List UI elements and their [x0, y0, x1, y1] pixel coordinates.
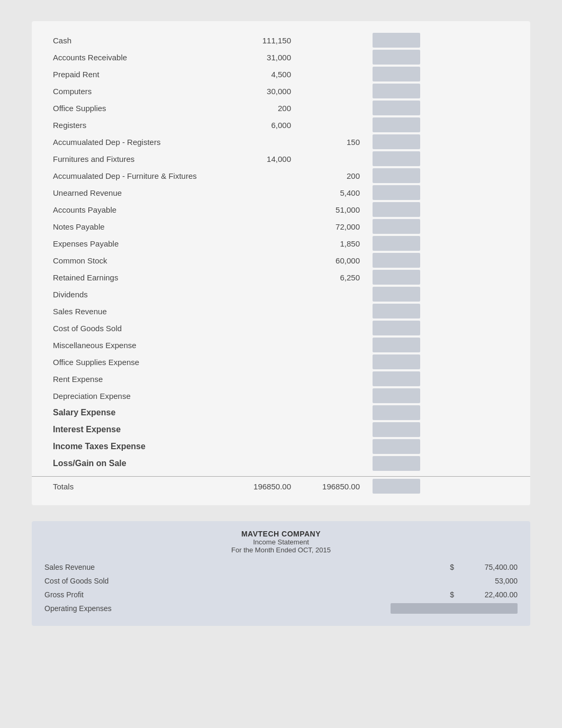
shaded-col: [373, 202, 420, 217]
table-row: Office Supplies Expense: [32, 353, 530, 370]
account-name: Miscellaneous Expense: [32, 341, 233, 350]
shaded-col: [373, 304, 420, 319]
income-period: For the Month Ended OCT, 2015: [44, 546, 518, 554]
table-row: Accumualated Dep - Registers150: [32, 133, 530, 150]
table-row: Interest Expense: [32, 421, 530, 438]
shaded-bar: [391, 603, 518, 614]
debit-amount: 6,000: [233, 121, 302, 130]
account-name: Accounts Receivable: [32, 53, 233, 62]
table-row: Expenses Payable1,850: [32, 235, 530, 252]
table-row: Unearned Revenue5,400: [32, 184, 530, 201]
account-name: Unearned Revenue: [32, 188, 233, 197]
table-row: Retained Earnings6,250: [32, 269, 530, 286]
totals-debit: 196850.00: [233, 482, 302, 491]
income-row: Cost of Goods Sold53,000: [44, 574, 518, 588]
account-name: Prepaid Rent: [32, 70, 233, 79]
credit-amount: 1,850: [302, 239, 370, 248]
debit-amount: 31,000: [233, 53, 302, 62]
shaded-col: [373, 84, 420, 98]
shaded-col: [373, 67, 420, 81]
table-row: Income Taxes Expense: [32, 438, 530, 455]
income-row: Operating Expenses: [44, 602, 518, 615]
credit-amount: 200: [302, 171, 370, 180]
shaded-col: [373, 168, 420, 183]
dollar-sign: $: [438, 563, 454, 571]
account-name: Interest Expense: [32, 425, 233, 434]
table-row: Cash111,150: [32, 32, 530, 49]
shaded-col: [373, 134, 420, 149]
debit-amount: 111,150: [233, 36, 302, 45]
table-row: Accounts Payable51,000: [32, 201, 530, 218]
table-row: Miscellaneous Expense: [32, 336, 530, 353]
debit-amount: 14,000: [233, 154, 302, 163]
shaded-col: [373, 151, 420, 166]
shaded-col: [373, 422, 420, 437]
income-label: Cost of Goods Sold: [44, 577, 438, 585]
account-name: Cash: [32, 36, 233, 45]
company-name: MAVTECH COMPANY: [44, 530, 518, 538]
account-name: Computers: [32, 87, 233, 96]
income-row: Sales Revenue$75,400.00: [44, 560, 518, 574]
income-header: MAVTECH COMPANY Income Statement For the…: [44, 530, 518, 554]
table-row: Registers6,000: [32, 116, 530, 133]
table-row: Office Supplies200: [32, 99, 530, 116]
shaded-col: [373, 479, 420, 494]
account-name: Registers: [32, 121, 233, 130]
table-row: Prepaid Rent4,500: [32, 66, 530, 83]
table-row: Sales Revenue: [32, 303, 530, 320]
table-row: Dividends: [32, 286, 530, 303]
account-name: Cost of Goods Sold: [32, 324, 233, 333]
income-label: Operating Expenses: [44, 604, 386, 613]
account-name: Expenses Payable: [32, 239, 233, 248]
income-amount: 75,400.00: [454, 563, 518, 571]
account-name: Dividends: [32, 290, 233, 299]
account-name: Depreciation Expense: [32, 392, 233, 401]
income-title: Income Statement: [44, 538, 518, 546]
account-name: Office Supplies: [32, 104, 233, 113]
credit-amount: 6,250: [302, 273, 370, 282]
account-name: Retained Earnings: [32, 273, 233, 282]
shaded-col: [373, 388, 420, 403]
table-row: Accumualated Dep - Furniture & Fixtures2…: [32, 167, 530, 184]
table-row: Computers30,000: [32, 83, 530, 99]
table-row: Rent Expense: [32, 370, 530, 387]
shaded-col: [373, 236, 420, 251]
account-name: Accumualated Dep - Registers: [32, 138, 233, 147]
table-row: Common Stock60,000: [32, 252, 530, 269]
account-name: Rent Expense: [32, 375, 233, 384]
account-name: Common Stock: [32, 256, 233, 265]
shaded-col: [373, 439, 420, 454]
shaded-col: [373, 185, 420, 200]
shaded-col: [373, 270, 420, 285]
shaded-col: [373, 33, 420, 48]
shaded-col: [373, 101, 420, 115]
table-row: Furnitures and Fixtures14,000: [32, 150, 530, 167]
account-name: Furnitures and Fixtures: [32, 154, 233, 163]
income-amount: 22,400.00: [454, 590, 518, 599]
debit-amount: 4,500: [233, 70, 302, 79]
account-name: Accumualated Dep - Furniture & Fixtures: [32, 171, 233, 180]
shaded-col: [373, 354, 420, 369]
shaded-col: [373, 253, 420, 268]
income-label: Sales Revenue: [44, 563, 438, 571]
account-name: Accounts Payable: [32, 205, 233, 214]
dollar-sign: $: [438, 590, 454, 599]
credit-amount: 72,000: [302, 222, 370, 231]
income-statement-section: MAVTECH COMPANY Income Statement For the…: [32, 521, 530, 626]
credit-amount: 5,400: [302, 188, 370, 197]
account-name: Notes Payable: [32, 222, 233, 231]
debit-amount: 200: [233, 104, 302, 113]
account-name: Income Taxes Expense: [32, 442, 233, 451]
totals-row: Totals196850.00196850.00: [32, 476, 530, 495]
shaded-col: [373, 371, 420, 386]
table-row: Loss/Gain on Sale: [32, 455, 530, 472]
table-row: Salary Expense: [32, 404, 530, 421]
totals-label: Totals: [32, 482, 233, 491]
shaded-col: [373, 321, 420, 335]
credit-amount: 60,000: [302, 256, 370, 265]
income-row: Gross Profit$22,400.00: [44, 588, 518, 602]
table-row: Accounts Receivable31,000: [32, 49, 530, 66]
shaded-col: [373, 117, 420, 132]
account-name: Salary Expense: [32, 408, 233, 417]
income-label: Gross Profit: [44, 590, 438, 599]
